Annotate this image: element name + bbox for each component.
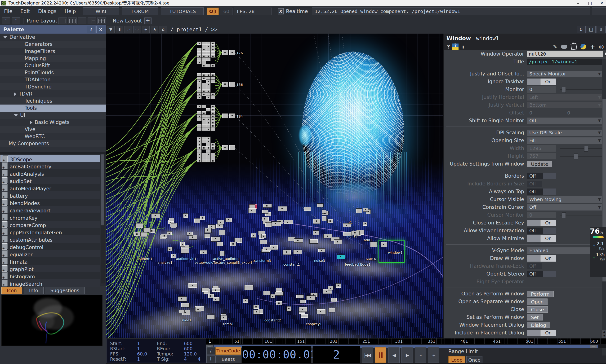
network-node[interactable] bbox=[284, 221, 293, 224]
param-button-open[interactable]: Open bbox=[527, 299, 548, 305]
network-node[interactable] bbox=[328, 286, 333, 290]
network-node[interactable] bbox=[206, 45, 210, 48]
network-node[interactable] bbox=[207, 315, 215, 319]
network-node[interactable] bbox=[206, 86, 210, 89]
network-node[interactable] bbox=[197, 96, 202, 99]
network-node[interactable] bbox=[197, 89, 202, 92]
network-node[interactable] bbox=[206, 48, 210, 51]
network-node[interactable] bbox=[196, 307, 201, 312]
network-node[interactable] bbox=[211, 77, 215, 80]
network-node[interactable] bbox=[167, 232, 172, 235]
network-node[interactable] bbox=[206, 156, 210, 159]
network-node[interactable] bbox=[307, 296, 315, 300]
palette-item-compareComp[interactable]: compareComp bbox=[0, 221, 100, 228]
network-node[interactable] bbox=[206, 42, 210, 45]
operator-name-field[interactable]: window1 bbox=[476, 35, 499, 41]
network-node[interactable] bbox=[226, 218, 232, 222]
param-toggle[interactable]: On bbox=[527, 255, 556, 261]
network-node[interactable] bbox=[197, 58, 202, 61]
maximize-button[interactable]: □ bbox=[587, 1, 593, 5]
network-node[interactable] bbox=[323, 234, 332, 238]
network-node[interactable] bbox=[270, 245, 278, 249]
close-button[interactable]: × bbox=[599, 1, 605, 5]
network-node[interactable] bbox=[363, 208, 368, 211]
edit-pencil-icon[interactable]: ✎ bbox=[553, 44, 557, 50]
network-node[interactable] bbox=[202, 54, 206, 57]
palette-tree-item-tdableton[interactable]: TDAbleton bbox=[0, 76, 106, 83]
param-number-field[interactable]: 0 bbox=[527, 212, 556, 218]
bookmark-star-icon[interactable]: ★ bbox=[151, 26, 158, 33]
network-node[interactable] bbox=[202, 156, 206, 159]
network-node[interactable] bbox=[336, 284, 341, 288]
param-number-field[interactable]: 757 bbox=[527, 153, 556, 159]
network-node[interactable] bbox=[249, 208, 256, 213]
network-node[interactable] bbox=[275, 292, 283, 296]
palette-item-cppParsTemplateGen[interactable]: cppParsTemplateGen bbox=[0, 228, 100, 235]
drag-arrow-cursor-icon[interactable] bbox=[604, 51, 606, 57]
network-node[interactable] bbox=[262, 210, 268, 214]
param-button-perform[interactable]: Perform bbox=[527, 291, 554, 297]
minimize-button[interactable]: – bbox=[575, 1, 581, 5]
scroll-down-icon[interactable]: ▼ bbox=[602, 334, 606, 338]
param-dropdown[interactable]: Off bbox=[527, 204, 603, 210]
param-toggle[interactable]: On bbox=[527, 78, 556, 85]
param-dropdown[interactable]: Specify Monitor bbox=[527, 71, 603, 77]
network-node[interactable] bbox=[222, 114, 228, 118]
tree-right-arrow-icon[interactable] bbox=[30, 121, 32, 124]
network-node[interactable] bbox=[206, 73, 210, 76]
network-node[interactable] bbox=[206, 115, 210, 118]
network-node[interactable] bbox=[202, 86, 206, 89]
network-node[interactable] bbox=[206, 96, 210, 99]
network-node[interactable] bbox=[263, 291, 270, 295]
param-title-field[interactable]: /project1/window1 bbox=[527, 59, 603, 65]
tree-right-arrow-icon[interactable] bbox=[14, 92, 16, 96]
network-node[interactable] bbox=[197, 156, 202, 159]
network-node[interactable] bbox=[229, 145, 235, 150]
network-node[interactable] bbox=[211, 159, 215, 162]
param-toggle[interactable]: Off bbox=[527, 173, 556, 179]
param-toggle[interactable]: On bbox=[527, 235, 556, 242]
param-toggle[interactable]: On bbox=[527, 220, 556, 226]
palette-item-debugControl[interactable]: debugControl bbox=[0, 243, 100, 250]
network-node[interactable] bbox=[301, 314, 308, 318]
network-node[interactable] bbox=[181, 303, 190, 308]
network-node[interactable] bbox=[211, 146, 215, 149]
network-node[interactable] bbox=[189, 283, 197, 288]
network-node[interactable] bbox=[211, 115, 215, 118]
network-node[interactable] bbox=[317, 309, 325, 314]
network-node[interactable] bbox=[197, 86, 202, 89]
palette-item-customAttributes[interactable]: customAttributes bbox=[0, 235, 100, 243]
layout-hsplit-button[interactable] bbox=[78, 17, 86, 24]
beats-mode-button[interactable]: Beats bbox=[215, 355, 241, 363]
network-node[interactable] bbox=[262, 234, 266, 238]
param-button-close[interactable]: Close bbox=[527, 306, 548, 313]
network-node[interactable] bbox=[254, 310, 259, 314]
pane-menu-icon[interactable]: ▼ bbox=[107, 26, 115, 33]
timeline-field-value[interactable]: 120.0 bbox=[184, 351, 197, 356]
param-toggle[interactable]: Off bbox=[527, 228, 556, 234]
param-dropdown[interactable]: Fill bbox=[527, 137, 603, 144]
add-icon[interactable]: + bbox=[142, 26, 150, 33]
network-node[interactable] bbox=[202, 140, 206, 143]
network-node[interactable] bbox=[206, 121, 210, 124]
network-node[interactable] bbox=[222, 50, 228, 55]
network-node[interactable] bbox=[212, 288, 220, 292]
network-node[interactable] bbox=[211, 105, 215, 108]
timeline-field-value[interactable]: 600 bbox=[184, 341, 192, 346]
network-node[interactable] bbox=[211, 143, 215, 146]
network-node[interactable] bbox=[202, 153, 206, 156]
network-node[interactable] bbox=[197, 105, 202, 108]
network-node[interactable] bbox=[221, 315, 227, 320]
param-slider[interactable] bbox=[560, 156, 603, 156]
home-icon[interactable]: ⌂ bbox=[160, 26, 167, 33]
forward-icon[interactable]: ⇨ bbox=[133, 26, 141, 33]
network-node[interactable] bbox=[183, 214, 188, 218]
network-node[interactable] bbox=[243, 299, 248, 303]
network-node[interactable] bbox=[197, 83, 202, 86]
network-node[interactable] bbox=[181, 248, 189, 253]
palette-tree-item-pointclouds[interactable]: PointClouds bbox=[0, 69, 106, 76]
param-pair-values[interactable]: 00 bbox=[527, 110, 603, 116]
network-node[interactable] bbox=[162, 234, 167, 237]
network-node[interactable] bbox=[363, 222, 367, 226]
network-node[interactable] bbox=[211, 124, 215, 128]
